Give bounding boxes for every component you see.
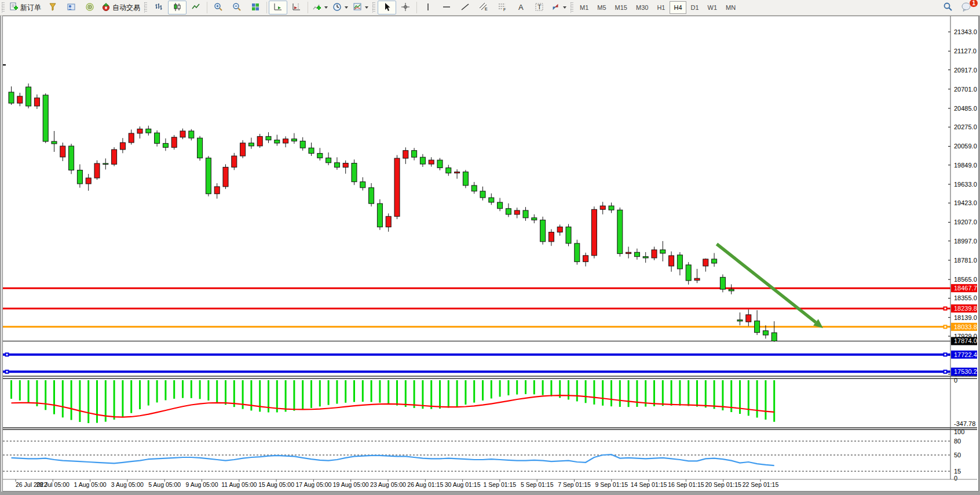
candle	[523, 210, 528, 218]
bar-chart-button[interactable]	[149, 1, 168, 14]
crosshair-button[interactable]	[396, 1, 415, 14]
periods-button[interactable]	[330, 1, 350, 14]
candle	[386, 216, 391, 227]
dropdown-caret	[345, 6, 348, 9]
svg-text:30 Aug 01:15: 30 Aug 01:15	[445, 481, 481, 488]
svg-text:18997.0: 18997.0	[954, 238, 977, 245]
crosshair-icon	[401, 2, 410, 13]
candlestick-chart-button[interactable]	[168, 1, 187, 14]
trendline-button[interactable]	[456, 1, 474, 14]
timeframe-m30-button[interactable]: M30	[632, 1, 652, 14]
svg-text:22 Sep 01:15: 22 Sep 01:15	[743, 481, 779, 488]
svg-text:5 Sep 01:15: 5 Sep 01:15	[521, 481, 554, 488]
indicators-button[interactable]	[310, 1, 330, 14]
zoom-out-button[interactable]	[228, 1, 246, 14]
candle	[180, 131, 185, 137]
candle	[626, 252, 631, 253]
chat-button[interactable]: 1	[957, 1, 975, 14]
svg-text:21127.0: 21127.0	[954, 48, 977, 54]
market-watch-button[interactable]	[43, 1, 62, 14]
line-chart-button[interactable]	[187, 1, 205, 14]
candle	[755, 321, 760, 333]
candle	[771, 333, 777, 341]
search-button[interactable]	[938, 1, 957, 14]
timeframe-m5-button[interactable]: M5	[593, 1, 610, 14]
horizontal-line-icon	[442, 2, 451, 13]
equidistant-channel-icon: E	[479, 2, 488, 13]
toolbar-grip[interactable]	[144, 2, 147, 13]
svg-text:23 Aug 05:00: 23 Aug 05:00	[370, 481, 406, 488]
main-toolbar: 新订单 自动交易	[0, 0, 980, 16]
candle	[291, 139, 297, 141]
fibonacci-button[interactable]: F	[493, 1, 511, 14]
candle	[257, 136, 262, 145]
svg-text:14 Sep 01:15: 14 Sep 01:15	[631, 481, 667, 488]
candle	[240, 143, 246, 156]
text-button[interactable]: A	[511, 1, 530, 14]
zoom-in-button[interactable]	[209, 1, 228, 14]
dropdown-caret	[365, 6, 368, 9]
arrows-button[interactable]	[548, 1, 569, 14]
svg-text:15: 15	[954, 468, 961, 475]
candle	[155, 133, 160, 143]
svg-text:18467.7: 18467.7	[954, 285, 977, 292]
svg-text:20059.0: 20059.0	[954, 143, 977, 150]
new-order-label: 新订单	[20, 3, 41, 13]
horizontal-line-button[interactable]	[437, 1, 456, 14]
candle	[275, 140, 280, 143]
candle	[746, 315, 751, 322]
candle	[283, 139, 288, 143]
svg-text:0: 0	[954, 475, 957, 482]
toolbar-grip[interactable]	[2, 2, 5, 13]
timeframe-h4-button[interactable]: H4	[670, 1, 686, 14]
svg-text:17874.0: 17874.0	[954, 337, 977, 344]
svg-text:80: 80	[954, 438, 961, 445]
autotrading-button[interactable]: 自动交易	[99, 1, 142, 14]
timeframe-mn-button[interactable]: MN	[722, 1, 740, 14]
equidistant-channel-button[interactable]: E	[474, 1, 493, 14]
candle	[26, 87, 31, 106]
market-watch-icon	[48, 2, 57, 13]
timeframe-w1-button[interactable]: W1	[704, 1, 722, 14]
svg-text:-347.78: -347.78	[954, 420, 975, 427]
signals-icon	[85, 2, 94, 13]
candle	[686, 265, 691, 281]
cursor-button[interactable]	[378, 1, 396, 14]
candle	[112, 150, 117, 164]
candle	[266, 136, 271, 140]
candle	[712, 259, 717, 263]
signals-button[interactable]	[81, 1, 99, 14]
chart-window: ▼ HK50-,H4 17968.0 18096.5 17865.5 17874…	[2, 16, 979, 492]
navigator-button[interactable]	[62, 1, 81, 14]
candle	[69, 146, 74, 170]
vertical-line-button[interactable]	[419, 1, 437, 14]
toolbar-grip[interactable]	[372, 2, 375, 13]
svg-text:19423.0: 19423.0	[954, 199, 977, 206]
timeframe-m1-button[interactable]: M1	[576, 1, 593, 14]
chart-canvas[interactable]: 21343.021127.020917.020701.020485.020275…	[3, 16, 977, 490]
timeframe-m15-button[interactable]: M15	[611, 1, 631, 14]
tile-windows-button[interactable]	[246, 1, 265, 14]
candle	[617, 210, 623, 253]
svg-text:18139.0: 18139.0	[954, 314, 977, 321]
toolbar-divider	[207, 2, 207, 13]
svg-text:16 Sep 01:15: 16 Sep 01:15	[668, 481, 704, 488]
toolbar-divider	[308, 2, 308, 13]
svg-text:7 Sep 01:15: 7 Sep 01:15	[558, 481, 591, 488]
svg-text:15 Aug 05:00: 15 Aug 05:00	[258, 481, 294, 488]
trendline-icon	[460, 2, 470, 13]
timeframe-h1-button[interactable]: H1	[653, 1, 669, 14]
toolbar-grip[interactable]	[571, 2, 573, 13]
new-order-button[interactable]: 新订单	[7, 1, 43, 14]
svg-text:19849.0: 19849.0	[954, 162, 977, 169]
chart-shift-button[interactable]	[287, 1, 306, 14]
text-label-button[interactable]: T	[530, 1, 548, 14]
templates-button[interactable]	[350, 1, 371, 14]
auto-scroll-button[interactable]	[269, 1, 287, 14]
timeframe-d1-button[interactable]: D1	[687, 1, 703, 14]
candle	[171, 137, 177, 148]
candle	[591, 209, 597, 256]
svg-text:E: E	[485, 7, 488, 11]
candle	[643, 257, 648, 258]
text-icon: A	[516, 2, 525, 13]
